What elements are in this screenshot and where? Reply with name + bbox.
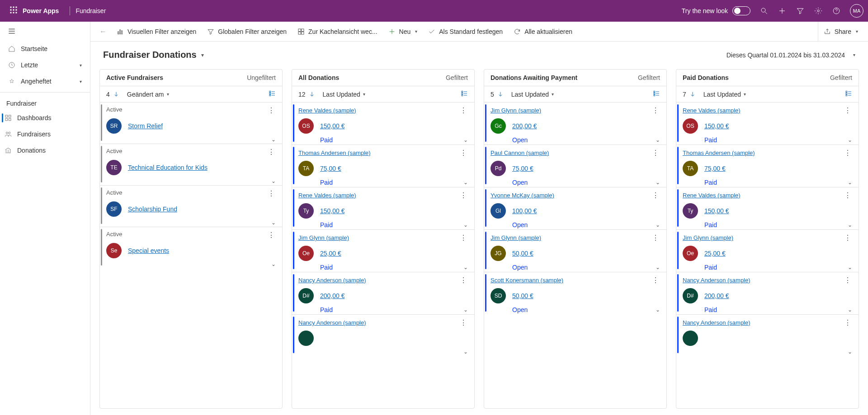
donor-link[interactable]: Jim Glynn (sample) bbox=[491, 234, 541, 241]
card-rows[interactable]: Rene Valdes (sample) ⋮ OS 150,00 € Paid … bbox=[292, 102, 474, 408]
donor-link[interactable]: Yvonne McKay (sample) bbox=[491, 192, 554, 199]
list-item[interactable]: Active ⋮ SF Scholarship Fund ⌄ bbox=[100, 185, 282, 226]
filter-icon[interactable] bbox=[796, 6, 805, 15]
date-range-selector[interactable]: Dieses Quartal 01.01.2024 bis 31.03.2024… bbox=[726, 51, 855, 59]
list-item[interactable]: Thomas Andersen (sample) ⋮ TA 75,00 € Pa… bbox=[292, 145, 474, 186]
sidebar-item-pinned[interactable]: Angeheftet ▾ bbox=[0, 73, 90, 89]
sort-field[interactable]: Geändert am ▾ bbox=[127, 91, 169, 98]
more-icon[interactable]: ⋮ bbox=[459, 106, 468, 115]
donation-amount[interactable]: 150,00 € bbox=[320, 122, 345, 130]
list-item[interactable]: Nancy Anderson (sample) ⋮ D# 200,00 € Pa… bbox=[292, 272, 474, 313]
donor-link[interactable]: Nancy Anderson (sample) bbox=[298, 277, 366, 284]
hamburger-icon[interactable] bbox=[0, 22, 90, 41]
donor-link[interactable]: Jim Glynn (sample) bbox=[298, 234, 349, 241]
donor-link[interactable]: Scott Konersmann (sample) bbox=[491, 277, 563, 284]
chevron-down-icon[interactable]: ▾ bbox=[856, 29, 858, 34]
expand-icon[interactable]: ⌄ bbox=[463, 264, 468, 270]
expand-icon[interactable]: ⌄ bbox=[271, 136, 276, 143]
donor-link[interactable]: Jim Glynn (sample) bbox=[683, 234, 733, 241]
expand-icon[interactable]: ⌄ bbox=[656, 264, 660, 270]
expand-icon[interactable]: ⌄ bbox=[463, 307, 468, 313]
expand-icon[interactable]: ⌄ bbox=[463, 222, 468, 228]
more-icon[interactable]: ⋮ bbox=[651, 191, 660, 200]
try-new-look-toggle[interactable]: Try the new look bbox=[682, 6, 750, 15]
expand-icon[interactable]: ⌄ bbox=[848, 222, 852, 228]
more-icon[interactable]: ⋮ bbox=[651, 233, 660, 242]
donation-amount[interactable]: 150,00 € bbox=[320, 207, 345, 214]
chevron-down-icon[interactable]: ▾ bbox=[80, 79, 82, 84]
expand-icon[interactable]: ⌄ bbox=[463, 179, 468, 186]
more-icon[interactable]: ⋮ bbox=[651, 276, 660, 284]
expand-icon[interactable]: ⌄ bbox=[848, 349, 852, 355]
expand-icon[interactable]: ⌄ bbox=[271, 178, 276, 184]
environment-label[interactable]: Fundraiser bbox=[75, 7, 106, 14]
list-item[interactable]: Active ⋮ Se Special events ⌄ bbox=[100, 227, 282, 267]
more-icon[interactable]: ⋮ bbox=[459, 191, 468, 200]
settings-gear-icon[interactable] bbox=[814, 6, 823, 15]
donation-amount[interactable]: 200,00 € bbox=[320, 292, 345, 299]
expand-icon[interactable]: ⌄ bbox=[271, 219, 276, 226]
search-icon[interactable] bbox=[760, 6, 769, 15]
expand-icon[interactable]: ⌄ bbox=[271, 261, 276, 267]
more-icon[interactable]: ⋮ bbox=[843, 191, 852, 200]
donation-amount[interactable]: 75,00 € bbox=[320, 165, 341, 172]
chevron-down-icon[interactable]: ▾ bbox=[415, 29, 417, 34]
record-count[interactable]: 4 bbox=[106, 91, 120, 98]
list-item[interactable]: Rene Valdes (sample) ⋮ OS 150,00 € Paid … bbox=[676, 102, 859, 144]
chevron-down-icon[interactable]: ▾ bbox=[80, 63, 82, 68]
card-filter-state[interactable]: Ungefiltert bbox=[247, 74, 276, 81]
donation-amount[interactable]: 200,00 € bbox=[704, 292, 729, 299]
donor-link[interactable]: Nancy Anderson (sample) bbox=[683, 277, 750, 284]
list-item[interactable]: Rene Valdes (sample) ⋮ Ty 150,00 € Paid … bbox=[292, 187, 474, 228]
expand-icon[interactable]: ⌄ bbox=[463, 137, 468, 143]
more-icon[interactable]: ⋮ bbox=[267, 148, 276, 156]
record-count[interactable]: 7 bbox=[683, 91, 696, 98]
donor-link[interactable]: Thomas Andersen (sample) bbox=[298, 149, 371, 156]
donation-amount[interactable]: 25,00 € bbox=[704, 250, 726, 257]
list-item[interactable]: Yvonne McKay (sample) ⋮ Gl 100,00 € Open… bbox=[484, 187, 666, 228]
donor-link[interactable]: Rene Valdes (sample) bbox=[683, 192, 741, 199]
cmd-visual-filter[interactable]: Visuellen Filter anzeigen bbox=[111, 22, 202, 41]
fundraiser-link[interactable]: Special events bbox=[128, 247, 169, 254]
view-selector-chevron[interactable]: ▾ bbox=[201, 52, 204, 58]
more-icon[interactable]: ⋮ bbox=[651, 106, 660, 115]
card-filter-state[interactable]: Gefiltert bbox=[830, 74, 852, 81]
more-icon[interactable]: ⋮ bbox=[267, 189, 276, 198]
donor-link[interactable]: Nancy Anderson (sample) bbox=[683, 319, 750, 326]
sidebar-item-recent[interactable]: Letzte ▾ bbox=[0, 57, 90, 73]
more-icon[interactable]: ⋮ bbox=[843, 318, 852, 327]
donation-amount[interactable]: 150,00 € bbox=[704, 122, 729, 130]
help-icon[interactable] bbox=[832, 6, 841, 15]
more-icon[interactable]: ⋮ bbox=[843, 149, 852, 157]
card-filter-state[interactable]: Gefiltert bbox=[446, 74, 468, 81]
list-item[interactable]: Jim Glynn (sample) ⋮ Gc 200,00 € Open ⌄ bbox=[484, 102, 666, 144]
expand-icon[interactable]: ⌄ bbox=[656, 222, 660, 228]
more-icon[interactable]: ⋮ bbox=[459, 149, 468, 157]
donor-link[interactable]: Paul Cannon (sample) bbox=[491, 149, 549, 156]
user-avatar[interactable]: MA bbox=[850, 4, 863, 18]
list-item[interactable]: Nancy Anderson (sample) ⋮ D# 200,00 € Pa… bbox=[676, 272, 859, 313]
fundraiser-link[interactable]: Storm Relief bbox=[128, 122, 163, 130]
expand-icon[interactable]: ⌄ bbox=[656, 307, 660, 313]
record-count[interactable]: 12 bbox=[298, 91, 316, 98]
more-icon[interactable]: ⋮ bbox=[843, 233, 852, 242]
record-count[interactable]: 5 bbox=[491, 91, 504, 98]
list-item[interactable]: Rene Valdes (sample) ⋮ Ty 150,00 € Paid … bbox=[676, 187, 859, 228]
list-item[interactable]: Nancy Anderson (sample) ⋮ ⌄ bbox=[292, 314, 474, 355]
expand-icon[interactable]: ⌄ bbox=[848, 137, 852, 143]
sidebar-item-dashboards[interactable]: Dashboards bbox=[0, 110, 90, 126]
donation-amount[interactable]: 75,00 € bbox=[512, 165, 533, 172]
expand-icon[interactable]: ⌄ bbox=[656, 179, 660, 186]
more-icon[interactable]: ⋮ bbox=[459, 276, 468, 284]
more-icon[interactable]: ⋮ bbox=[843, 106, 852, 115]
add-icon[interactable] bbox=[778, 6, 787, 15]
donor-link[interactable]: Rene Valdes (sample) bbox=[298, 192, 356, 199]
donation-amount[interactable]: 50,00 € bbox=[512, 292, 533, 299]
donor-link[interactable]: Rene Valdes (sample) bbox=[298, 107, 356, 114]
card-rows[interactable]: Rene Valdes (sample) ⋮ OS 150,00 € Paid … bbox=[676, 102, 859, 408]
group-view-icon[interactable] bbox=[845, 90, 852, 98]
list-item[interactable]: Thomas Andersen (sample) ⋮ TA 75,00 € Pa… bbox=[676, 145, 859, 186]
card-rows[interactable]: Jim Glynn (sample) ⋮ Gc 200,00 € Open ⌄ … bbox=[484, 102, 666, 408]
sort-field[interactable]: Last Updated ▾ bbox=[323, 91, 365, 98]
donation-amount[interactable]: 150,00 € bbox=[704, 207, 729, 214]
